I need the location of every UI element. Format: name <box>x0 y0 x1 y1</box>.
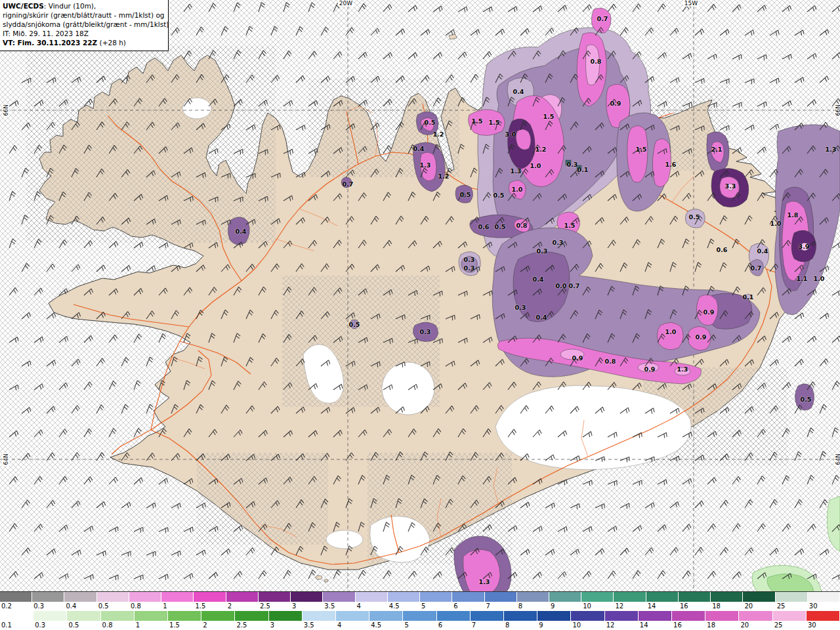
legend-label: 3 <box>291 602 323 611</box>
legend-swatch <box>135 611 168 621</box>
legend-label: 14 <box>639 621 672 630</box>
precip-value-label: 0.1 <box>578 166 589 173</box>
legend-label: 30 <box>807 621 840 630</box>
legend-segment: 3 <box>291 592 323 611</box>
product-name: UWC/ECDS <box>3 2 44 10</box>
legend-swatch <box>226 592 259 602</box>
legend-swatch <box>323 592 355 602</box>
precip-value-label: 0.3 <box>464 264 475 272</box>
map-area: UWC/ECDS: Vindur (10m), rigning/skúrir (… <box>0 0 840 592</box>
precip-value-label: 1.1 <box>797 275 808 282</box>
legend-segment: 7 <box>485 592 517 611</box>
legend-swatch <box>739 611 772 621</box>
legend-swatch <box>711 592 743 602</box>
legend-label: 0.1 <box>0 621 33 630</box>
precip-value-label: 0.3 <box>515 304 526 311</box>
valid-time: VT: Fim. 30.11.2023 22Z <box>3 39 97 47</box>
legend-label: 16 <box>672 621 705 630</box>
legend-label: 20 <box>743 602 775 611</box>
legend-swatch <box>773 611 807 621</box>
legend-label: 8 <box>517 602 549 611</box>
legend-swatch <box>614 592 646 602</box>
precip-value-label: 1.3 <box>677 366 688 373</box>
legend-label: 3.5 <box>303 621 336 630</box>
legend-label: 25 <box>773 621 807 630</box>
legend-label: 4.5 <box>369 621 403 630</box>
legend-swatch <box>808 592 840 602</box>
legend-label: 2.5 <box>259 602 291 611</box>
legend-label: 18 <box>705 621 739 630</box>
legend-segment: 10 <box>571 611 604 630</box>
precip-value-label: 0.6 <box>478 223 490 230</box>
legend-label: 1.5 <box>168 621 201 630</box>
precip-value-label: 1.2 <box>438 173 450 180</box>
legend-swatch <box>97 592 129 602</box>
legend-swatch <box>388 592 420 602</box>
legend-swatch <box>504 611 537 621</box>
legend-segment: 1.5 <box>168 611 201 630</box>
rain-scale: 0.10.30.50.811.522.533.544.5567891012141… <box>0 611 840 630</box>
legend-segment: 0.3 <box>32 592 64 611</box>
legend-label: 6 <box>437 621 471 630</box>
snow-sleet-scale: 0.20.30.40.50.811.522.533.544.5567891012… <box>0 592 840 611</box>
legend-segment: 8 <box>517 592 549 611</box>
legend-swatch <box>549 592 581 602</box>
legend-label: 16 <box>679 602 711 611</box>
legend-segment: 2 <box>201 611 235 630</box>
precip-value-label: 1.0 <box>512 186 523 193</box>
legend-label: 14 <box>646 602 679 611</box>
legend-swatch <box>672 611 705 621</box>
legend-swatch <box>336 611 369 621</box>
legend-segment: 18 <box>711 592 743 611</box>
legend-segment: 14 <box>639 611 672 630</box>
legend-label: 0.3 <box>33 621 67 630</box>
precip-value-label: 1.3 <box>420 161 431 169</box>
legend-label: 12 <box>614 602 646 611</box>
legend-label: 10 <box>581 602 614 611</box>
precip-value-label: 0.8 <box>591 58 602 65</box>
legend-swatch <box>194 592 226 602</box>
legend-swatch <box>437 611 471 621</box>
legend-label: 1 <box>161 602 194 611</box>
legend-label: 2 <box>226 602 259 611</box>
legend-segment: 12 <box>605 611 639 630</box>
legend-swatch <box>0 611 33 621</box>
legend-swatch <box>101 611 135 621</box>
legend-swatch <box>259 592 291 602</box>
legend-label: 0.2 <box>0 602 32 611</box>
legend-swatch <box>0 592 32 602</box>
legend-segment: 4.5 <box>388 592 420 611</box>
legend-segment: 2.5 <box>235 611 268 630</box>
parallel-label-66n-left: 66N <box>3 104 9 116</box>
precip-value-label: 0.9 <box>704 308 715 316</box>
legend-segment: 3.5 <box>303 611 336 630</box>
valid-time-offset: (+28 h) <box>97 39 126 47</box>
precip-value-label: 0.5 <box>349 321 360 328</box>
precip-value-label: 0.9 <box>610 100 621 107</box>
legend-swatch <box>679 592 711 602</box>
legend-segment: 12 <box>614 592 646 611</box>
legend-segment: 0.8 <box>129 592 161 611</box>
legend-segment: 14 <box>646 592 679 611</box>
title-line2: rigning/skúrir (grænt/blátt/rautt - mm/1… <box>3 11 164 20</box>
legend-swatch <box>807 611 840 621</box>
legend-segment: 5 <box>403 611 436 630</box>
legend-segment: 4 <box>356 592 388 611</box>
legend-swatch <box>235 611 268 621</box>
legend-label: 9 <box>549 602 581 611</box>
legend-label: 4 <box>356 602 388 611</box>
legend-label: 4 <box>336 621 369 630</box>
legend-label: 18 <box>711 602 743 611</box>
legend-swatch <box>639 611 672 621</box>
legend-label: 2 <box>201 621 235 630</box>
legend-label: 9 <box>537 621 571 630</box>
legend-label: 3.5 <box>323 602 355 611</box>
precip-value-label: 1.0 <box>665 328 677 335</box>
precip-value-label: 0.6 <box>717 246 728 253</box>
legend-swatch <box>743 592 775 602</box>
legend-segment: 8 <box>504 611 537 630</box>
init-time: IT: Mið. 29. 11. 2023 18Z <box>3 30 164 39</box>
legend-swatch <box>605 611 639 621</box>
precip-value-label: 3.0 <box>505 131 516 138</box>
precip-value-label: 1.5 <box>472 117 483 125</box>
